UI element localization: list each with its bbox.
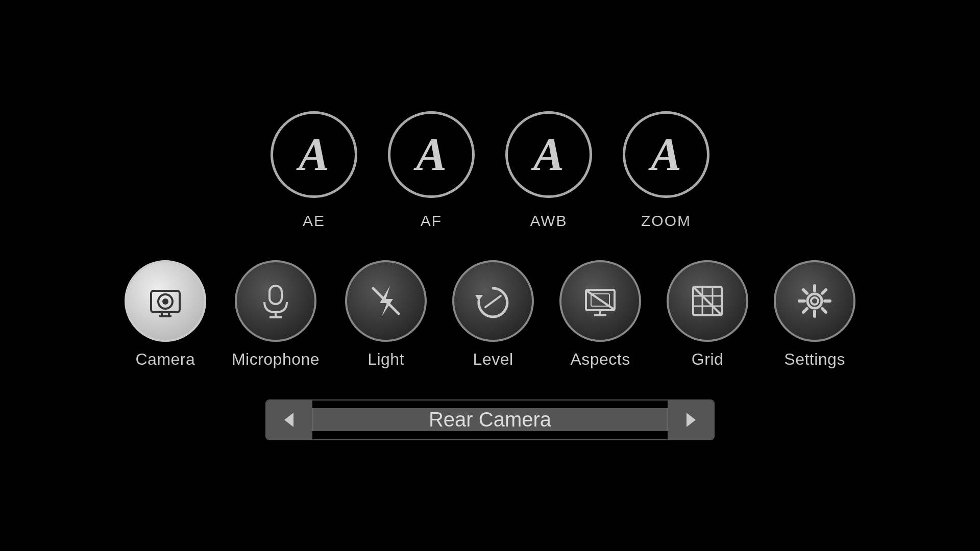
camera-selector: Rear Camera: [265, 399, 715, 440]
settings-label: Settings: [784, 350, 845, 369]
af-icon: A: [388, 111, 475, 198]
svg-line-29: [822, 309, 826, 312]
light-label: Light: [368, 350, 404, 369]
microphone-icon-circle: [235, 260, 316, 342]
aspects-control[interactable]: Aspects: [559, 260, 641, 369]
bottom-controls-row: Camera Microphone: [125, 260, 855, 369]
svg-line-30: [822, 290, 826, 293]
svg-marker-33: [284, 413, 293, 427]
microphone-icon: [255, 281, 296, 321]
settings-icon-circle: [774, 260, 855, 342]
camera-control[interactable]: Camera: [125, 260, 206, 369]
aspects-icon: [580, 281, 621, 321]
grid-icon: [687, 281, 728, 321]
grid-label: Grid: [692, 350, 723, 369]
microphone-control[interactable]: Microphone: [232, 260, 320, 369]
ae-label: AE: [303, 212, 325, 230]
ae-icon: A: [271, 111, 357, 198]
awb-control[interactable]: A AWB: [505, 111, 592, 230]
settings-control[interactable]: Settings: [774, 260, 855, 369]
svg-point-23: [807, 294, 822, 308]
level-icon-circle: [452, 260, 534, 342]
next-arrow-icon: [681, 411, 700, 429]
settings-icon: [794, 281, 835, 321]
svg-rect-6: [270, 286, 282, 304]
light-icon: [365, 281, 406, 321]
microphone-label: Microphone: [232, 350, 320, 369]
prev-arrow-icon: [280, 411, 299, 429]
aspects-icon-circle: [559, 260, 641, 342]
af-control[interactable]: A AF: [388, 111, 475, 230]
af-label: AF: [421, 212, 442, 230]
zoom-icon: A: [623, 111, 709, 198]
svg-line-11: [485, 296, 501, 307]
next-camera-button[interactable]: [668, 400, 714, 439]
svg-point-2: [162, 298, 168, 305]
light-icon-circle: [345, 260, 427, 342]
zoom-control[interactable]: A ZOOM: [623, 111, 709, 230]
camera-name-area: Rear Camera: [312, 408, 668, 431]
camera-icon: [145, 281, 186, 321]
svg-line-31: [803, 309, 807, 312]
grid-control[interactable]: Grid: [667, 260, 748, 369]
camera-icon-circle: [125, 260, 206, 342]
camera-label: Camera: [135, 350, 195, 369]
prev-camera-button[interactable]: [266, 400, 312, 439]
camera-name-label: Rear Camera: [429, 408, 551, 431]
svg-marker-34: [687, 413, 696, 427]
zoom-label: ZOOM: [641, 212, 691, 230]
level-icon: [473, 281, 513, 321]
awb-icon: A: [505, 111, 592, 198]
svg-line-22: [695, 288, 720, 314]
svg-point-32: [811, 297, 818, 305]
awb-label: AWB: [530, 212, 567, 230]
svg-marker-10: [475, 295, 483, 301]
aspects-label: Aspects: [570, 350, 630, 369]
ae-control[interactable]: A AE: [271, 111, 357, 230]
top-controls-row: A AE A AF A AWB A ZOOM: [271, 111, 709, 230]
grid-icon-circle: [667, 260, 748, 342]
light-control[interactable]: Light: [345, 260, 427, 369]
level-control[interactable]: Level: [452, 260, 534, 369]
svg-line-28: [803, 290, 807, 293]
level-label: Level: [473, 350, 513, 369]
